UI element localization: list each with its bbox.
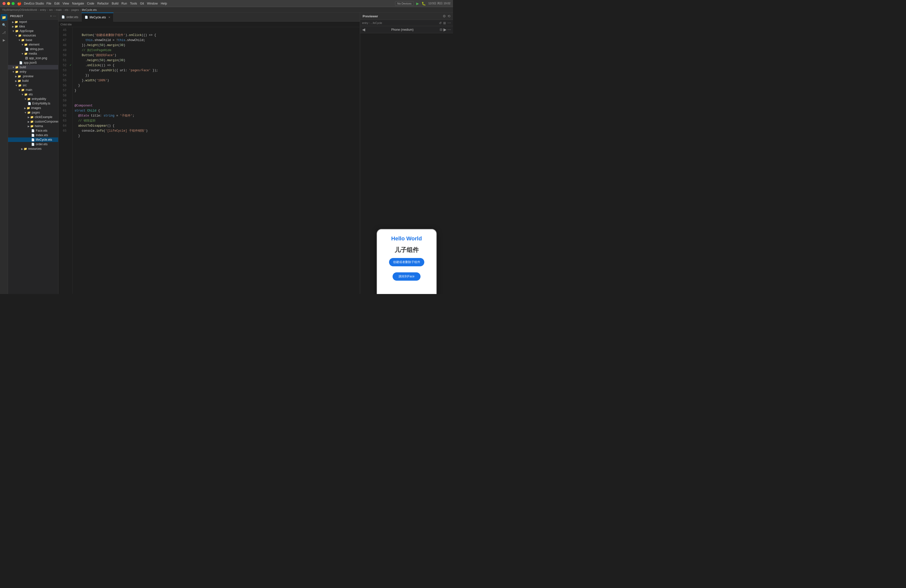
- sidebar: Project + ⋯ ▶ 📁 report ▶ 📁 idea ▼ 📁 A: [8, 13, 58, 294]
- previewer-prev-device[interactable]: ◀: [362, 27, 365, 32]
- search-icon[interactable]: 🔍: [1, 22, 7, 28]
- tab-close-icon[interactable]: ×: [108, 15, 110, 19]
- menu-run[interactable]: Run: [121, 2, 127, 5]
- breadcrumb-sep-5: ›: [80, 8, 81, 11]
- phone-nav-button[interactable]: 跳转到Face: [392, 272, 421, 280]
- breadcrumb-item-5[interactable]: pages: [71, 8, 79, 11]
- phone-frame: Hello World 儿子组件 创建或者删除子组件 跳转到Face: [376, 229, 437, 294]
- previewer-device-switch-icon[interactable]: ⊟: [440, 28, 442, 32]
- tree-item-resources2[interactable]: ▶ 📁 resources: [8, 147, 58, 151]
- previewer-settings-icon[interactable]: ⚙: [443, 14, 446, 18]
- tree-item-main[interactable]: ▼ 📁 main: [8, 88, 58, 92]
- tree-item-entry[interactable]: ▼ 📁 entry: [8, 70, 58, 74]
- phone-child-text: 儿子组件: [395, 246, 419, 254]
- sidebar-title: Project: [10, 14, 23, 18]
- tree-item-string-json[interactable]: 📄 string.json: [8, 47, 58, 51]
- breadcrumb-item-6[interactable]: lifeCycle.ets: [82, 8, 97, 11]
- tree-item-clickexample[interactable]: ▶ 📁 clickExample: [8, 115, 58, 119]
- tree-item-images[interactable]: ▶ 📁 images: [8, 106, 58, 110]
- git-icon[interactable]: ⎇: [1, 29, 7, 36]
- tree-item-app-json5[interactable]: 📄 app.json5: [8, 61, 58, 65]
- app-name: DevEco Studio: [24, 2, 44, 5]
- line-numbers: 4546474849 5051525354 5556575859 6061626…: [58, 27, 69, 294]
- breadcrumb-item-0[interactable]: Yby6HarmonyOSHelloWorld: [2, 8, 37, 11]
- tree-item-face-ets[interactable]: 📄 Face.ets: [8, 128, 58, 133]
- menu-git[interactable]: Git: [140, 2, 144, 5]
- phone-preview-container: Hello World 儿子组件 创建或者删除子组件 跳转到Face: [360, 33, 453, 294]
- code-text[interactable]: Button('创建或者删除子组件').onClick(() => { this…: [73, 27, 360, 294]
- tree-item-idea[interactable]: ▶ 📁 idea: [8, 24, 58, 29]
- tree-item-ets[interactable]: ▼ 📁 ets: [8, 92, 58, 97]
- editor-breadcrumb-text: Child title: [61, 23, 72, 26]
- previewer-more-icon[interactable]: ⋯: [447, 21, 451, 25]
- clock: 12/3日 周日 19:02: [428, 2, 450, 5]
- previewer-split-icon[interactable]: ⊞: [443, 21, 446, 25]
- tree-item-order-ets[interactable]: 📄 order.ets: [8, 142, 58, 147]
- tree-item-build2[interactable]: ▶ 📁 build: [8, 78, 58, 83]
- menu-code[interactable]: Code: [87, 2, 94, 5]
- tree-item-report[interactable]: ▶ 📁 report: [8, 20, 58, 24]
- menu-tools[interactable]: Tools: [130, 2, 137, 5]
- close-window-button[interactable]: [3, 2, 6, 5]
- menu-refactor[interactable]: Refactor: [97, 2, 108, 5]
- tree-item-src[interactable]: ▼ 📁 src: [8, 83, 58, 88]
- menu-file[interactable]: File: [46, 2, 51, 5]
- tab-lifecycle-ets-label: lifeCycle.ets: [89, 16, 106, 19]
- tree-item-element[interactable]: ▼ 📁 element: [8, 42, 58, 47]
- tab-order-ets[interactable]: 📄 order.ets: [58, 13, 81, 22]
- debug-icon[interactable]: ▶: [1, 37, 7, 43]
- previewer-path-text: entry : ...feCycle: [362, 21, 437, 24]
- breadcrumb-item-4[interactable]: ets: [65, 8, 69, 11]
- tree-item-media[interactable]: ▼ 📁 media: [8, 51, 58, 56]
- tree-item-customcomponents[interactable]: ▶ 📁 customComponents: [8, 119, 58, 124]
- phone-hello-text: Hello World: [391, 235, 422, 242]
- sidebar-menu-icon[interactable]: ⋯: [53, 14, 56, 18]
- tree-item-appscope[interactable]: ▼ 📁 AppScope: [8, 29, 58, 33]
- sidebar-new-icon[interactable]: +: [50, 14, 52, 18]
- tree-item-preview[interactable]: ▶ 📁 .preview: [8, 74, 58, 78]
- menu-help[interactable]: Help: [161, 2, 167, 5]
- tree-item-heima[interactable]: ▶ 📁 heima: [8, 124, 58, 128]
- menu-edit[interactable]: Edit: [54, 2, 60, 5]
- tab-order-ets-label: order.ets: [67, 15, 78, 19]
- tree-item-appscope-resources[interactable]: ▼ 📁 resources: [8, 33, 58, 38]
- tree-item-entryability[interactable]: ▼ 📁 entryability: [8, 97, 58, 101]
- gutter: ✓: [69, 27, 73, 294]
- tree-item-entryability-ts[interactable]: 📄 EntryAbility.ts: [8, 101, 58, 106]
- tree-item-lifecycle-ets[interactable]: 📄 lifeCycle.ets: [8, 137, 58, 142]
- previewer-device-name: Phone (medium): [391, 28, 414, 32]
- editor-breadcrumb: Child title: [58, 22, 360, 27]
- sidebar-header: Project + ⋯: [8, 13, 58, 20]
- editor-tab-bar: 📄 order.ets 📄 lifeCycle.ets ×: [58, 13, 360, 22]
- menu-bar: File Edit View Navigate Code Refactor Bu…: [46, 2, 167, 5]
- breadcrumb-item-2[interactable]: src: [49, 8, 53, 11]
- minimize-window-button[interactable]: [7, 2, 10, 5]
- menu-window[interactable]: Window: [147, 2, 158, 5]
- previewer-next-device[interactable]: ▶: [443, 27, 447, 32]
- explorer-icon[interactable]: 📁: [1, 14, 7, 21]
- menu-view[interactable]: View: [62, 2, 69, 5]
- code-editor[interactable]: 4546474849 5051525354 5556575859 6061626…: [58, 27, 360, 294]
- menu-build[interactable]: Build: [112, 2, 119, 5]
- tree-item-base[interactable]: ▼ 📁 base: [8, 38, 58, 42]
- previewer-more2-icon[interactable]: ⋯: [447, 28, 451, 32]
- previewer-panel: Previewer ⚙ ⟲ entry : ...feCycle ↺ ⊞ ⋯ ◀…: [360, 13, 453, 294]
- phone-create-button[interactable]: 创建或者删除子组件: [389, 258, 424, 266]
- run-button[interactable]: ▶: [416, 2, 419, 6]
- tree-item-pages[interactable]: ▼ 📁 pages: [8, 110, 58, 115]
- activity-bar: 📁 🔍 ⎇ ▶ ⚙: [0, 13, 8, 294]
- debug-button[interactable]: 🐛: [421, 2, 426, 6]
- tree-item-build[interactable]: ▼ 📁 build: [8, 65, 58, 70]
- menu-navigate[interactable]: Navigate: [72, 2, 84, 5]
- maximize-window-button[interactable]: [11, 2, 14, 5]
- previewer-path-bar: entry : ...feCycle ↺ ⊞ ⋯: [360, 20, 453, 26]
- breadcrumb-item-1[interactable]: entry: [40, 8, 46, 11]
- tab-lifecycle-ets[interactable]: 📄 lifeCycle.ets ×: [81, 13, 113, 22]
- no-devices-button[interactable]: No Devices: [395, 1, 414, 6]
- breadcrumb-item-3[interactable]: main: [56, 8, 62, 11]
- tree-item-index-ets[interactable]: 📄 Index.ets: [8, 133, 58, 137]
- titlebar: 🍎 DevEco Studio File Edit View Navigate …: [0, 0, 453, 7]
- previewer-refresh-icon[interactable]: ↺: [439, 21, 442, 25]
- tree-item-app-icon[interactable]: 🖼 app_icon.png: [8, 56, 58, 61]
- previewer-orientation-icon[interactable]: ⟲: [447, 14, 450, 18]
